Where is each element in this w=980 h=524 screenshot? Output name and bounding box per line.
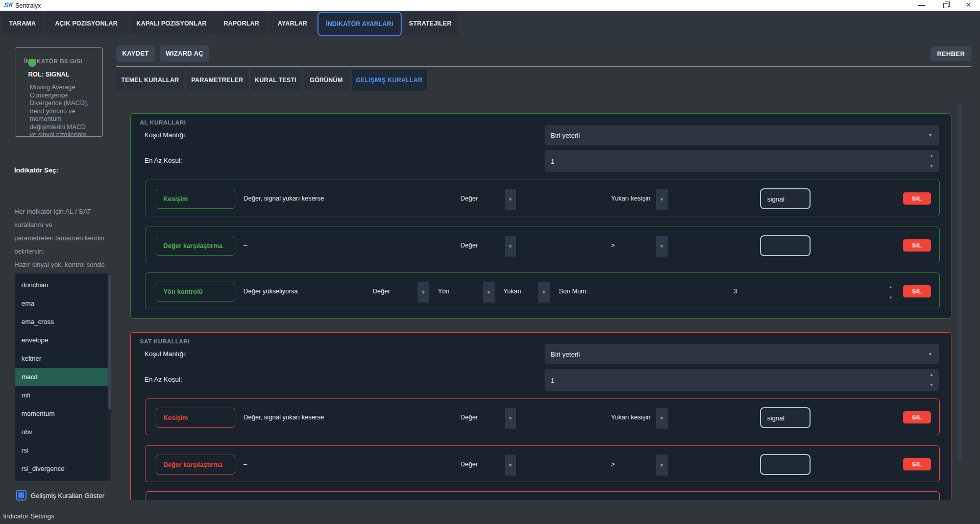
min-count-value: 1 (551, 157, 554, 165)
close-button[interactable]: ✕ (962, 0, 977, 11)
tab-ayarlar[interactable]: AYARLAR (268, 12, 316, 35)
subtab-görünüm[interactable]: GÖRÜNÜM (304, 69, 349, 91)
min-count-input[interactable]: 1▲▼ (545, 150, 939, 172)
rule-description: Değer yükseliyorsa (243, 288, 298, 295)
indicator-item-rsi_divergence[interactable]: rsi_divergence (15, 460, 111, 478)
rule-field3-value: Yukarı (503, 288, 521, 295)
rule-field2-dropdown[interactable]: ▼ (656, 408, 668, 429)
indicator-help-text: Her indikatör için AL / SAT kurallarını … (14, 205, 109, 271)
rule-field1-dropdown[interactable]: ▼ (505, 236, 516, 257)
delete-rule-button[interactable]: SIL (903, 458, 931, 470)
rule-field1-value: Değer (460, 242, 478, 249)
indicator-item-rsi[interactable]: rsi (15, 441, 111, 460)
tab-tarama[interactable]: TARAMA (1, 12, 44, 35)
dropdown-arrow-icon: ▼ (659, 463, 664, 468)
save-button[interactable]: KAYDET (116, 45, 155, 62)
tab-i̇ndikatör-ayarlari[interactable]: İNDIKATÖR AYARLARI (317, 12, 402, 36)
rule-field1-dropdown[interactable]: ▼ (418, 282, 429, 303)
rule-value-text: signal (767, 195, 785, 203)
rule-type-chip[interactable]: Değer karşılaştırma (156, 455, 235, 475)
tab-açik-pozisyonlar[interactable]: AÇIK POZISYONLAR (45, 12, 128, 35)
dropdown-arrow-icon: ▼ (659, 197, 664, 202)
last-candle-spinner[interactable]: ▲▼ (889, 492, 896, 500)
rule-field1-dropdown[interactable]: ▼ (505, 408, 516, 429)
rule-value-input[interactable]: signal (760, 188, 811, 209)
logic-select-value: Biri yeterli (551, 351, 580, 358)
subtab-parametreler[interactable]: PARAMETRELER (187, 69, 248, 91)
rule-field1-dropdown[interactable]: ▼ (505, 189, 516, 210)
logic-label: Koşul Mantığı: (144, 131, 187, 139)
indicator-item-donchian[interactable]: donchian (15, 276, 111, 294)
indicator-item-momentum[interactable]: momentum (15, 405, 111, 423)
maximize-button[interactable] (938, 0, 953, 11)
spin-up-icon: ▲ (889, 285, 893, 289)
rule-description: Değer, signal yukarı keserse (243, 414, 324, 421)
rule-field3-dropdown[interactable]: ▼ (538, 282, 550, 303)
indicator-item-macd[interactable]: macd (15, 368, 111, 386)
delete-rule-button[interactable]: SIL (903, 192, 931, 205)
wizard-button[interactable]: WIZARD AÇ (160, 45, 209, 62)
indicator-item-obv[interactable]: obv (15, 423, 111, 441)
subtab-temel-kurallar[interactable]: TEMEL KURALLAR (116, 69, 184, 91)
rule-type-chip[interactable]: Kesişim (156, 408, 235, 428)
app-logo-icon: SK (4, 1, 14, 9)
min-count-value: 1 (551, 376, 554, 384)
indicator-item-keltner[interactable]: keltner (15, 350, 111, 368)
rule-value-input[interactable] (760, 454, 811, 475)
rule-description: – (243, 242, 247, 249)
rule-value-text: signal (767, 414, 785, 421)
rule-field2-dropdown[interactable]: ▼ (483, 282, 495, 303)
rule-type-chip[interactable]: Kesişim (156, 189, 235, 209)
delete-rule-button[interactable]: SIL (903, 239, 931, 252)
logic-select[interactable]: Biri yeterli▼ (545, 125, 939, 145)
dropdown-arrow-icon: ▼ (508, 197, 513, 202)
tab-kapali-pozisyonlar[interactable]: KAPALI POZISYONLAR (129, 12, 214, 35)
advanced-rules-checkbox[interactable] (16, 490, 27, 501)
dropdown-arrow-icon: ▼ (486, 290, 491, 295)
dropdown-arrow-icon: ▼ (928, 352, 933, 357)
min-count-input[interactable]: 1▲▼ (545, 369, 939, 391)
last-candle-spinner[interactable]: ▲▼ (889, 273, 896, 310)
tab-stratejiler[interactable]: STRATEJILER (403, 12, 458, 35)
rules-scroll-area: AL KURALLARIKoşul Mantığı:Biri yeterli▼E… (116, 38, 980, 500)
rule-value-input[interactable] (760, 235, 811, 256)
indicator-item-ema[interactable]: ema (15, 294, 111, 313)
rule-field1-value: Değer (460, 195, 478, 202)
indicator-item-envelope[interactable]: envelope (15, 331, 111, 350)
indicator-description: Moving Average Convergence Divergence (M… (30, 84, 101, 137)
indicator-list-scrollbar-thumb[interactable] (108, 275, 111, 409)
rule-field2-dropdown[interactable]: ▼ (656, 236, 668, 257)
last-candle-value: 3 (733, 288, 737, 295)
rule-field2-dropdown[interactable]: ▼ (656, 455, 668, 476)
indicator-list: donchianemaema_crossenvelopekeltnermacdm… (15, 273, 111, 481)
subtab-kural-testi[interactable]: KURAL TESTI (251, 69, 301, 91)
dropdown-arrow-icon: ▼ (421, 290, 426, 295)
toolbar-separator (116, 66, 971, 67)
indicator-item-mfi[interactable]: mfi (15, 386, 111, 405)
guide-button[interactable]: REHBER (930, 46, 971, 61)
spin-down-icon: ▼ (889, 295, 893, 300)
rule-field1-value: Değer (460, 461, 478, 468)
indicator-item-ema_cross[interactable]: ema_cross (15, 313, 111, 331)
spin-up-icon: ▲ (929, 372, 934, 377)
indicator-list-scrollbar[interactable] (108, 273, 111, 481)
rule-field1-dropdown[interactable]: ▼ (505, 455, 516, 476)
delete-rule-button[interactable]: SIL (903, 411, 931, 423)
indicator-role: ROL: SIGNAL (28, 71, 69, 78)
rule-field1-value: Değer (373, 288, 390, 295)
rule-type-chip[interactable]: Değer karşılaştırma (156, 236, 235, 256)
tab-raporlar[interactable]: RAPORLAR (215, 12, 267, 35)
delete-rule-button[interactable]: SIL (903, 285, 931, 297)
subtab-gelişmiş-kurallar[interactable]: GELIŞMIŞ KURALLAR (352, 69, 427, 91)
rule-field2-dropdown[interactable]: ▼ (656, 189, 668, 210)
rule-value-input[interactable]: signal (760, 407, 811, 428)
close-icon: ✕ (966, 1, 971, 9)
dropdown-arrow-icon: ▼ (928, 133, 933, 138)
main-scrollbar-thumb[interactable] (958, 103, 962, 462)
rule-description: – (243, 461, 247, 468)
rule-row-sat-1: KesişimDeğer, signal yukarı keserseDeğer… (145, 398, 940, 435)
rule-type-chip[interactable]: Yön kontrolü (156, 282, 235, 302)
logic-select[interactable]: Biri yeterli▼ (545, 344, 939, 364)
rule-field2-value: Yön (438, 288, 449, 295)
minimize-button[interactable] (914, 0, 929, 11)
